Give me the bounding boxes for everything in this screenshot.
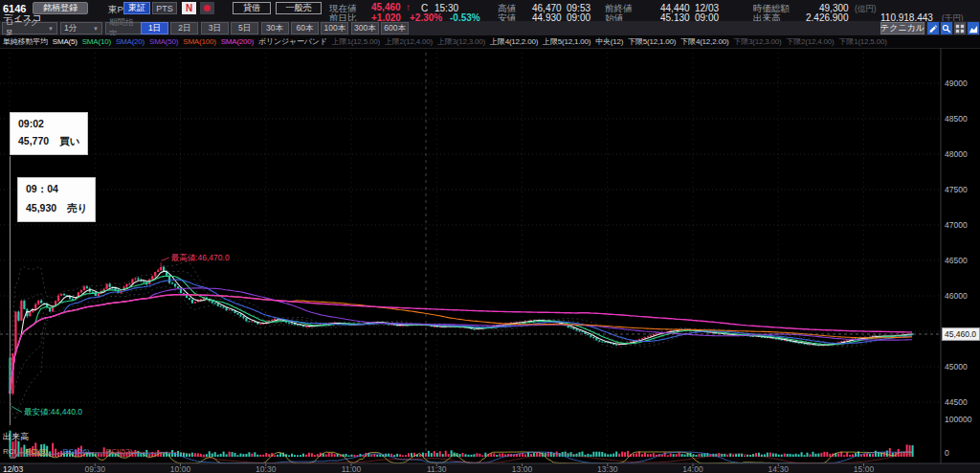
technical-button[interactable]: テクニカル <box>880 22 924 34</box>
bollinger-toggle-中央(12)[interactable]: 中央(12) <box>595 36 623 47</box>
trading-chart-window: 6146 銘柄登録 東P 東証 PTS N 貸借 一般売 ディスコ 現在値 45… <box>0 0 980 473</box>
exchange-tse-button[interactable]: 東証 <box>123 2 150 14</box>
grid-icon[interactable] <box>954 22 966 34</box>
svg-text:RCI(26): RCI(26) <box>63 447 90 456</box>
svg-text:14:30: 14:30 <box>768 464 790 473</box>
sma-group-title: 単純移動平均 <box>3 36 48 47</box>
volume-bars <box>10 431 914 457</box>
trade-time: 09：04 <box>26 183 87 196</box>
svg-text:15:00: 15:00 <box>854 464 875 473</box>
svg-text:RCI(9): RCI(9) <box>25 447 48 456</box>
interval-dropdown[interactable]: 1分 ▼ <box>60 22 102 34</box>
svg-text:RCI: RCI <box>3 447 16 456</box>
news-icon[interactable]: N <box>182 2 196 14</box>
svg-text:45,460.0: 45,460.0 <box>945 329 976 339</box>
trade-marker-line <box>10 156 11 425</box>
svg-text:10:00: 10:00 <box>170 464 191 473</box>
period-button-2日[interactable]: 2日 <box>170 22 198 34</box>
period-button-3日[interactable]: 3日 <box>201 22 229 34</box>
svg-text:47000: 47000 <box>945 220 968 230</box>
svg-text:最安値:44,440.0: 最安値:44,440.0 <box>24 407 82 417</box>
svg-text:最高値:46,470.0: 最高値:46,470.0 <box>171 253 230 262</box>
bollinger-toggle-下限5(12,1.00)[interactable]: 下限5(12,1.00) <box>628 36 676 47</box>
alert-icon[interactable] <box>200 2 214 14</box>
interval-value: 1分 <box>64 23 77 34</box>
trade-marker-buy: 09:02 45,770 買い <box>10 112 88 155</box>
period-button-600本[interactable]: 600本 <box>381 22 409 34</box>
sma-toggle-SMA(20)[interactable]: SMA(20) <box>116 37 145 46</box>
svg-text:13:00: 13:00 <box>512 464 533 473</box>
trade-marker-sell: 09：04 45,930 売り <box>17 177 96 222</box>
period-button-5日[interactable]: 5日 <box>231 22 258 34</box>
market-tag: 東P <box>108 4 123 16</box>
sma-toggle-SMA(100)[interactable]: SMA(100) <box>183 37 215 46</box>
bollinger-toggle-上限4(12,2.00)[interactable]: 上限4(12,2.00) <box>490 36 538 47</box>
bollinger-toggle-下限2(12,4.00)[interactable]: 下限2(12,4.00) <box>786 36 834 47</box>
up-arrow-icon: ↑ <box>406 2 411 12</box>
margin-button[interactable]: 貸借 <box>233 2 271 14</box>
svg-text:47500: 47500 <box>945 185 968 194</box>
trade-side: 買い <box>59 135 79 148</box>
svg-text:10:30: 10:30 <box>256 464 277 473</box>
period-button-300本[interactable]: 300本 <box>351 22 379 34</box>
svg-text:48500: 48500 <box>945 114 968 124</box>
svg-text:出来高: 出来高 <box>3 432 29 441</box>
indicator-bar: 単純移動平均SMA(5)SMA(10)SMA(20)SMA(50)SMA(100… <box>0 35 980 49</box>
svg-text:09:30: 09:30 <box>85 464 106 473</box>
sma-toggle-SMA(10)[interactable]: SMA(10) <box>82 37 111 46</box>
svg-text:100000: 100000 <box>945 415 972 424</box>
quote-header: 6146 銘柄登録 東P 東証 PTS N 貸借 一般売 ディスコ 現在値 45… <box>0 0 980 21</box>
bollinger-toggle-下限1(12,5.00)[interactable]: 下限1(12,5.00) <box>839 36 887 47</box>
chart-type-dropdown[interactable]: ローソク足 ▼ <box>2 22 57 34</box>
svg-text:48000: 48000 <box>945 149 968 159</box>
sma-200-line <box>10 295 912 394</box>
svg-text:45000: 45000 <box>945 362 968 372</box>
pencil-icon[interactable] <box>927 22 939 34</box>
trade-side: 売り <box>67 202 87 215</box>
svg-text:46000: 46000 <box>945 291 968 301</box>
trade-price: 45,770 <box>18 135 49 148</box>
svg-text:44500: 44500 <box>945 397 968 407</box>
bollinger-toggle-下限4(12,2.00)[interactable]: 下限4(12,2.00) <box>680 36 728 47</box>
period-button-30本[interactable]: 30本 <box>261 22 289 34</box>
sma-20-line <box>10 280 912 394</box>
sma-100-line <box>10 295 912 394</box>
svg-text:RCI(52): RCI(52) <box>105 447 132 456</box>
news-glyph: N <box>186 3 192 13</box>
period-button-60本[interactable]: 60本 <box>291 22 319 34</box>
magnifier-icon[interactable] <box>941 22 952 34</box>
svg-text:11:00: 11:00 <box>342 464 362 473</box>
exchange-pts-button[interactable]: PTS <box>152 2 177 14</box>
chart-toolbar: ローソク足 ▼ 1分 ▼ 期間指定 ▼ 1日2日3日5日30本60本100本30… <box>0 21 980 36</box>
svg-text:0: 0 <box>945 448 949 458</box>
svg-text:13:30: 13:30 <box>597 464 618 473</box>
svg-text:11:30: 11:30 <box>427 464 447 473</box>
bollinger-toggle-上限1(12,5.00)[interactable]: 上限1(12,5.00) <box>332 36 380 47</box>
chevron-down-icon: ▼ <box>48 26 54 32</box>
bollinger-bands <box>10 261 912 419</box>
svg-text:46500: 46500 <box>945 256 968 265</box>
bollinger-toggle-上限5(12,1.00)[interactable]: 上限5(12,1.00) <box>543 36 590 47</box>
svg-text:12/03: 12/03 <box>3 464 24 473</box>
trade-price: 45,930 <box>26 202 56 215</box>
period-button-1日[interactable]: 1日 <box>141 22 168 34</box>
current-value: 45,460 <box>371 2 401 12</box>
chevron-down-icon: ▼ <box>93 26 99 32</box>
bollinger-toggle-上限3(12,3.00)[interactable]: 上限3(12,3.00) <box>437 36 485 47</box>
bollinger-group-title: ボリンジャーバンド <box>258 36 327 47</box>
svg-text:49000: 49000 <box>945 79 968 88</box>
svg-text:14:00: 14:00 <box>682 464 703 473</box>
bollinger-toggle-上限2(12,4.00)[interactable]: 上限2(12,4.00) <box>385 36 433 47</box>
period-button-100本[interactable]: 100本 <box>321 22 348 34</box>
alert-dot <box>204 5 211 11</box>
price-chart[interactable]: 4900048500480004750047000465004600045500… <box>0 48 980 473</box>
sma-toggle-SMA(5)[interactable]: SMA(5) <box>53 37 78 46</box>
sma-toggle-SMA(50)[interactable]: SMA(50) <box>149 37 178 46</box>
sma-toggle-SMA(200)[interactable]: SMA(200) <box>221 37 254 46</box>
grid-layer: 4900048500480004750047000465004600045500… <box>0 53 968 457</box>
market-cap-unit: (億円) <box>855 4 877 15</box>
general-sell-button[interactable]: 一般売 <box>276 2 322 14</box>
bollinger-toggle-下限3(12,3.00)[interactable]: 下限3(12,3.00) <box>733 36 781 47</box>
area-chart-icon[interactable] <box>968 22 979 34</box>
sma-50-line <box>10 288 912 394</box>
